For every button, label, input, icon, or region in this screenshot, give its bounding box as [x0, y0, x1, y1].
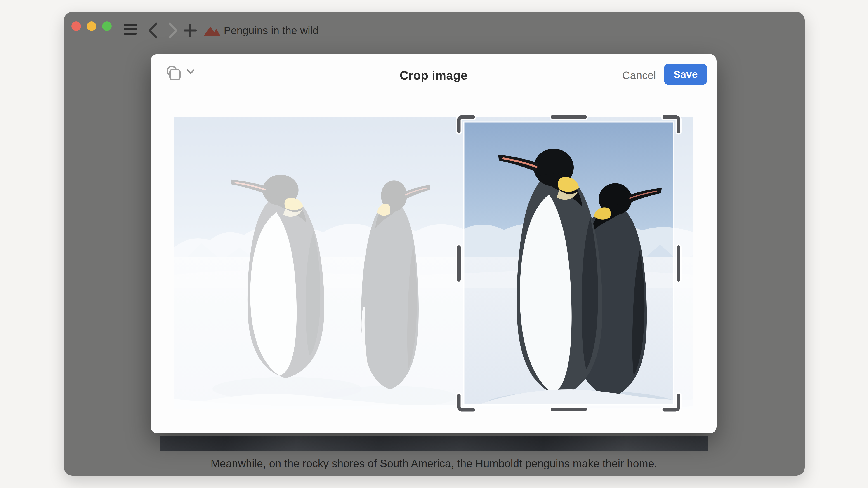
cancel-button[interactable]: Cancel — [622, 69, 656, 82]
save-button[interactable]: Save — [664, 64, 707, 85]
menu-icon[interactable] — [124, 24, 137, 35]
back-icon[interactable] — [150, 24, 156, 37]
crop-handle-bottom[interactable] — [550, 406, 588, 412]
nav-arrows — [148, 23, 180, 38]
crop-handle-left[interactable] — [456, 244, 462, 283]
traffic-light-close-icon[interactable] — [71, 22, 81, 31]
add-page-icon[interactable] — [184, 24, 197, 37]
document-caption: Meanwhile, on the rocky shores of South … — [160, 457, 708, 470]
forward-icon[interactable] — [170, 24, 176, 37]
traffic-light-minimize-icon[interactable] — [87, 22, 96, 31]
crop-image-canvas — [174, 117, 693, 409]
crop-handle-right[interactable] — [676, 244, 682, 283]
mountain-doc-icon — [203, 26, 221, 37]
crop-handle-bottom-right[interactable] — [664, 395, 679, 410]
crop-handle-top-left[interactable] — [459, 117, 473, 131]
traffic-light-zoom-icon[interactable] — [102, 22, 112, 31]
crop-selection-region[interactable] — [464, 122, 674, 405]
window-title: Penguins in the wild — [224, 24, 318, 37]
crop-overlay — [160, 103, 707, 422]
crop-handle-top-right[interactable] — [664, 117, 679, 131]
crop-handle-bottom-left[interactable] — [459, 395, 473, 410]
document-photo-bottom-edge — [160, 436, 708, 451]
crop-image-modal: Crop image Cancel Save — [151, 54, 717, 433]
crop-handle-top[interactable] — [550, 114, 588, 120]
crop-dim-wash — [174, 117, 693, 409]
